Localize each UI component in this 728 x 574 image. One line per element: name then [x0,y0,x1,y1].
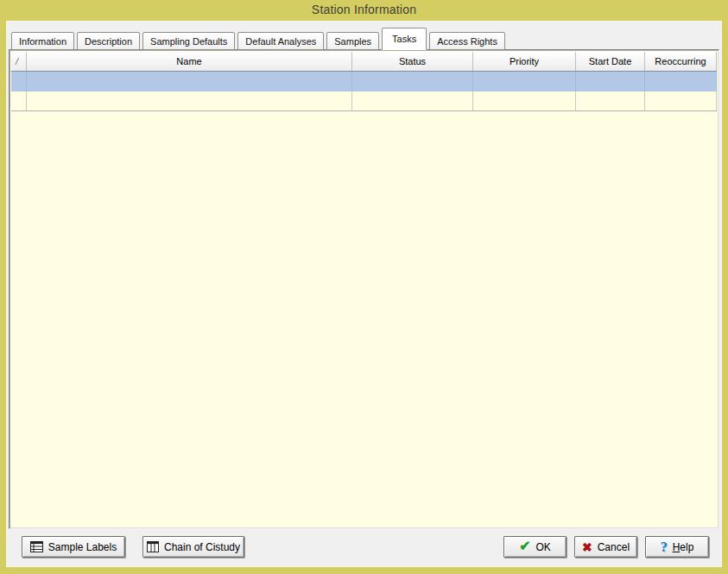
tasks-grid: / Name Status Priority Start Date Reoccu… [9,49,719,529]
table-columns-icon [147,541,159,552]
dialog-body: Information Description Sampling Default… [6,21,722,567]
help-label: Help [673,541,694,553]
table-row[interactable] [11,91,717,111]
tab-information[interactable]: Information [11,32,74,50]
table-cell [473,91,576,110]
sort-indicator-icon[interactable]: / [11,52,27,71]
table-cell [352,72,473,91]
tab-samples[interactable]: Samples [326,32,379,50]
x-icon: ✖ [582,541,592,553]
cancel-button[interactable]: ✖ Cancel [574,536,637,558]
table-row-selected[interactable] [11,72,717,91]
tab-description[interactable]: Description [77,32,140,50]
ok-label: OK [536,541,551,553]
table-cell [576,91,645,110]
sample-labels-label: Sample Labels [48,541,117,553]
check-icon: ✔ [519,539,530,553]
tab-default-analyses[interactable]: Default Analyses [237,32,324,50]
ok-button[interactable]: ✔ OK [503,536,567,558]
chain-of-custody-button[interactable]: Chain of Cistudy [142,536,244,558]
column-header-status[interactable]: Status [352,52,473,71]
column-header-name[interactable]: Name [27,52,352,71]
table-cell [352,91,473,110]
window-title: Station Information [0,3,728,16]
column-header-priority[interactable]: Priority [473,52,576,71]
table-cell [576,72,645,91]
table-cell [645,91,717,110]
station-information-window: { "window": { "title": "Station Informat… [0,0,728,574]
table-rows-icon [30,541,43,552]
tab-access-rights[interactable]: Access Rights [429,32,505,50]
table-cell [11,72,27,91]
question-mark-icon: ? [661,540,668,554]
table-cell [27,91,352,110]
grid-empty-area [11,111,717,527]
column-header-reoccurring[interactable]: Reoccurring [645,52,717,71]
tab-bar: Information Description Sampling Default… [11,28,508,50]
grid-header-row: / Name Status Priority Start Date Reoccu… [11,52,717,72]
chain-of-custody-label: Chain of Cistudy [164,541,240,553]
tasks-grid-inner: / Name Status Priority Start Date Reoccu… [11,52,717,527]
table-cell [645,72,717,91]
tab-sampling-defaults[interactable]: Sampling Defaults [142,32,235,50]
table-cell [473,72,576,91]
table-cell [11,91,27,110]
column-header-start-date[interactable]: Start Date [576,52,645,71]
help-button[interactable]: ? Help [645,536,709,558]
tab-tasks[interactable]: Tasks [382,28,427,50]
sample-labels-button[interactable]: Sample Labels [22,536,125,558]
cancel-label: Cancel [598,541,630,553]
table-cell [27,72,352,91]
